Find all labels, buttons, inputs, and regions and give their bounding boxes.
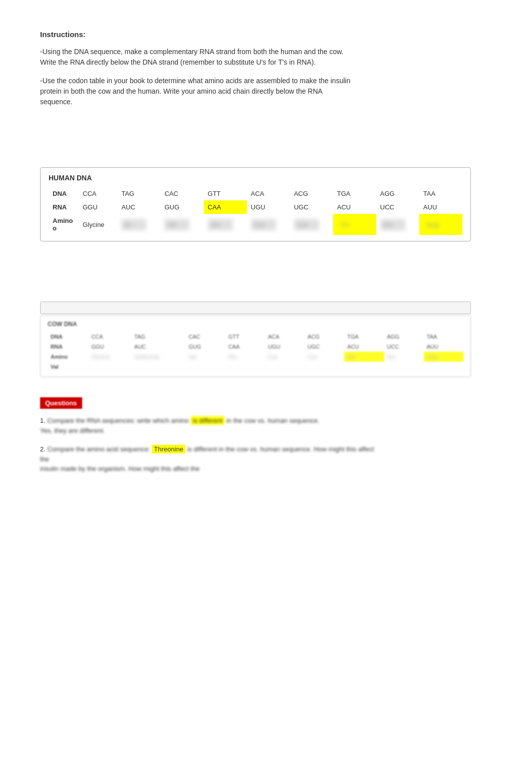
cow-table-inner: COW DNA DNA CCA TAG CAC GTT ACA ACG TGA …: [48, 321, 463, 372]
amino-acid-4: Gln: [204, 214, 247, 235]
amino-acid-3: Val: [160, 214, 203, 235]
cow-amino-label: Amino: [48, 352, 88, 362]
question-1-answer: Yes, they are different.: [40, 427, 105, 434]
rna-codon-1: GGU: [79, 200, 117, 214]
rna-codon-5: UGU: [247, 200, 290, 214]
cow-amino-6: Cys: [305, 352, 344, 362]
cow-dna-c8: AGG: [384, 332, 424, 342]
question-2-subtext: insulin made by the organism. How might …: [40, 465, 199, 472]
cow-sequence-table: DNA CCA TAG CAC GTT ACA ACG TGA AGG TAA …: [48, 332, 463, 372]
amino-row-label: Amino o: [49, 214, 79, 235]
cow-rna-c5: UGU: [265, 342, 305, 352]
instructions-title: Instructions:: [40, 30, 351, 39]
spacer-1: [40, 127, 492, 167]
dna-codon-4: GTT: [204, 187, 247, 200]
question-2-text: Compare the amino acid sequence:: [47, 445, 152, 453]
cow-dna-c2: TAG: [131, 332, 185, 342]
question-2-highlight: Threonine: [152, 445, 185, 453]
cow-rna-c1: GGU: [88, 342, 131, 352]
amino-acid-9: Stop: [419, 214, 462, 235]
dna-codon-5: ACA: [247, 187, 290, 200]
instruction-item-2: -Use the codon table in your book to det…: [40, 76, 351, 107]
question-1-highlight: is different: [191, 416, 225, 425]
dna-codon-9: TAA: [419, 187, 462, 200]
rna-codon-4: CAA: [204, 200, 247, 214]
rna-codon-6: UGC: [290, 200, 333, 214]
human-dna-title: HUMAN DNA: [49, 174, 462, 182]
amino-acid-8: Ser: [376, 214, 419, 235]
cow-dna-c1: CCA: [88, 332, 131, 342]
cow-dna-c6: ACG: [305, 332, 344, 342]
cow-rna-c3: GUG: [185, 342, 225, 352]
question-2-number: 2.: [40, 445, 47, 453]
cow-dna-c3: CAC: [185, 332, 225, 342]
instruction-item-1: -Using the DNA sequence, make a compleme…: [40, 47, 351, 68]
human-sequence-table: DNA CCA TAG CAC GTT ACA ACG TGA AGG TAA …: [49, 187, 462, 235]
cow-dna-c9: TAA: [424, 332, 463, 342]
amino-acid-6: Cys: [290, 214, 333, 235]
cow-amino-8: Ser: [384, 352, 424, 362]
question-item-2: 2. Compare the amino acid sequence: Thre…: [40, 444, 381, 474]
cow-rna-c8: UCC: [384, 342, 424, 352]
dna-codon-3: CAC: [160, 187, 203, 200]
rna-row-label: RNA: [49, 200, 79, 214]
cow-rna-c2: AUC: [131, 342, 185, 352]
cow-rna-c6: UGC: [305, 342, 344, 352]
cow-dna-title: COW DNA: [48, 321, 463, 328]
cow-dna-table: COW DNA DNA CCA TAG CAC GTT ACA ACG TGA …: [40, 315, 471, 377]
question-1-text2: in the cow vs. human sequence.: [226, 417, 320, 424]
table-row-amino: Amino o Glycine Ile Val Gln Cys Cys Thr …: [49, 214, 462, 235]
cow-amino-5: Cys: [265, 352, 305, 362]
questions-section: Questions 1. Compare the RNA sequences: …: [40, 397, 381, 474]
cow-amino-4: Gln: [225, 352, 265, 362]
question-1-number: 1.: [40, 417, 47, 424]
amino-acid-1: Glycine: [79, 214, 117, 235]
cow-amino-2: Isoleucine: [131, 352, 185, 362]
cow-amino-1: Glycine: [88, 352, 131, 362]
question-1-text: Compare the RNA sequences: write which a…: [47, 417, 190, 424]
amino-acid-7: Thr: [333, 214, 376, 235]
cow-rna-c7: ACU: [344, 342, 384, 352]
dna-codon-2: TAG: [117, 187, 160, 200]
cow-extra-label: Val: [48, 362, 88, 372]
rna-codon-3: GUG: [160, 200, 203, 214]
cow-rna-label: RNA: [48, 342, 88, 352]
rna-codon-8: UCC: [376, 200, 419, 214]
cow-extra-content: [88, 362, 463, 372]
table-row-dna: DNA CCA TAG CAC GTT ACA ACG TGA AGG TAA: [49, 187, 462, 200]
rna-codon-7: ACU: [333, 200, 376, 214]
cow-amino-9: Stop: [424, 352, 463, 362]
dna-codon-8: AGG: [376, 187, 419, 200]
spacer-2: [40, 262, 492, 302]
cow-rna-c9: AUU: [424, 342, 463, 352]
human-dna-table: HUMAN DNA DNA CCA TAG CAC GTT ACA ACG TG…: [40, 167, 471, 241]
cow-dna-label: DNA: [48, 332, 88, 342]
rna-codon-9: AUU: [419, 200, 462, 214]
cow-dna-row: DNA CCA TAG CAC GTT ACA ACG TGA AGG TAA: [48, 332, 463, 342]
cow-amino-row: Amino Glycine Isoleucine Val Gln Cys Cys…: [48, 352, 463, 362]
question-item-1: 1. Compare the RNA sequences: write whic…: [40, 416, 381, 435]
rna-codon-2: AUC: [117, 200, 160, 214]
cow-dna-c4: GTT: [225, 332, 265, 342]
dna-codon-6: ACG: [290, 187, 333, 200]
cow-rna-row: RNA GGU AUC GUG CAA UGU UGC ACU UCC AUU: [48, 342, 463, 352]
question-header: Questions: [40, 397, 82, 409]
dna-codon-7: TGA: [333, 187, 376, 200]
cow-dna-c5: ACA: [265, 332, 305, 342]
cow-dna-c7: TGA: [344, 332, 384, 342]
cow-amino-7: Ala: [344, 352, 384, 362]
dna-codon-1: CCA: [79, 187, 117, 200]
cow-extra-row: Val: [48, 362, 463, 372]
amino-acid-2: Ile: [117, 214, 160, 235]
instructions-section: Instructions: -Using the DNA sequence, m…: [40, 30, 351, 107]
cow-rna-c4: CAA: [225, 342, 265, 352]
dna-row-label: DNA: [49, 187, 79, 200]
amino-acid-5: Cys: [247, 214, 290, 235]
cow-amino-3: Val: [185, 352, 225, 362]
table-row-rna: RNA GGU AUC GUG CAA UGU UGC ACU UCC AUU: [49, 200, 462, 214]
partial-table-top: [40, 302, 471, 314]
